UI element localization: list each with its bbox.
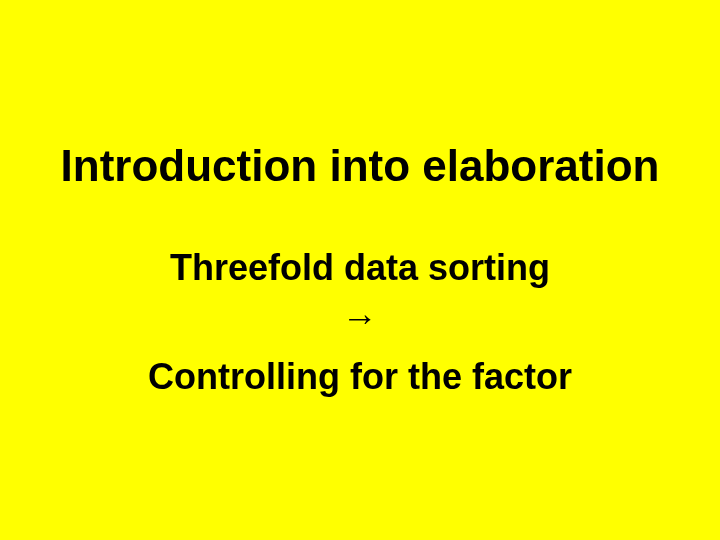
slide-conclusion: Controlling for the factor xyxy=(40,355,680,398)
slide-title: Introduction into elaboration xyxy=(40,142,680,190)
slide-subtitle: Threefold data sorting xyxy=(40,246,680,289)
arrow-icon: → xyxy=(40,289,680,347)
